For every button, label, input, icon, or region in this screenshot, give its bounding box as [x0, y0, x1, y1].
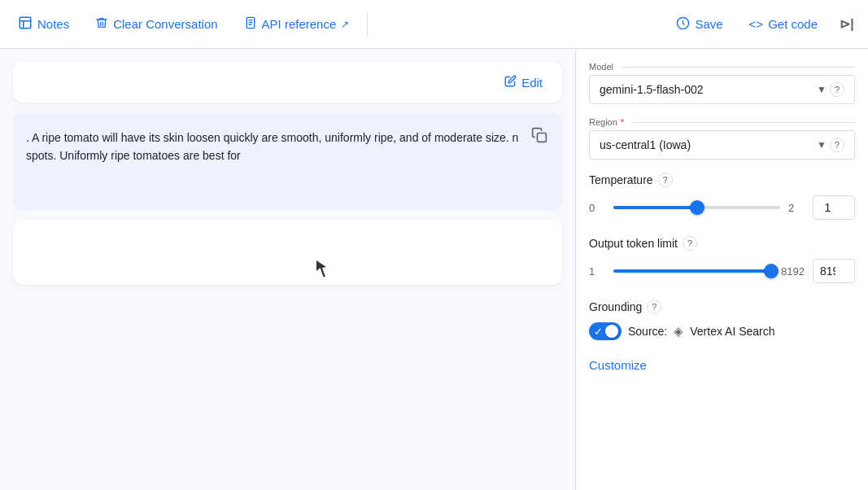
temperature-fill	[613, 206, 697, 209]
region-required: *	[621, 117, 624, 127]
output-token-max: 8192	[781, 265, 805, 278]
save-label: Save	[695, 17, 722, 31]
output-token-header: Output token limit ?	[589, 236, 855, 251]
api-icon	[244, 15, 257, 33]
grounding-label: Grounding	[589, 300, 642, 313]
region-label: Region *	[589, 117, 855, 127]
toggle-thumb	[605, 325, 618, 338]
model-select[interactable]: gemini-1.5-flash-002 gemini-1.5-pro-002 …	[600, 83, 817, 96]
input-area[interactable]	[13, 220, 562, 285]
vertex-label: Vertex AI Search	[690, 325, 774, 338]
output-token-help-icon[interactable]: ?	[683, 236, 697, 251]
clear-conversation-button[interactable]: Clear Conversation	[84, 9, 229, 39]
temperature-slider-row: 0 2	[589, 195, 855, 220]
region-select-wrapper: us-central1 (Iowa) us-east1 europe-west1…	[589, 130, 855, 160]
main-content: Edit . A ripe tomato will have its skin …	[0, 49, 868, 490]
customize-label: Customize	[589, 358, 647, 372]
response-card: . A ripe tomato will have its skin loose…	[13, 112, 562, 210]
temperature-track[interactable]	[613, 206, 780, 209]
svg-rect-0	[20, 17, 31, 28]
region-field-group: Region * us-central1 (Iowa) us-east1 eur…	[589, 117, 855, 160]
output-token-thumb	[764, 264, 779, 278]
collapse-icon: ⊳|	[840, 16, 853, 32]
edit-card: Edit	[13, 62, 562, 103]
toolbar-divider	[367, 12, 368, 37]
right-panel: Model gemini-1.5-flash-002 gemini-1.5-pr…	[575, 49, 868, 490]
region-divider	[632, 122, 855, 123]
copy-button[interactable]	[526, 122, 552, 152]
toolbar-right: Save <> Get code ⊳|	[665, 10, 861, 39]
notes-icon	[18, 15, 33, 33]
model-divider	[622, 67, 855, 68]
external-link-icon: ↗	[341, 19, 349, 30]
api-label: API reference	[262, 17, 337, 31]
region-select[interactable]: us-central1 (Iowa) us-east1 europe-west1	[600, 138, 817, 151]
output-token-slider-row: 1 8192	[589, 259, 855, 283]
edit-button[interactable]: Edit	[498, 72, 549, 93]
region-help-icon[interactable]: ?	[830, 138, 844, 152]
output-token-label: Output token limit	[589, 237, 678, 250]
get-code-label: Get code	[768, 17, 818, 31]
output-token-section: Output token limit ? 1 8192	[589, 236, 855, 283]
output-token-input[interactable]	[813, 259, 855, 283]
toolbar: Notes Clear Conversation API reference ↗…	[0, 0, 868, 49]
customize-button[interactable]: Customize	[589, 353, 647, 377]
response-text: . A ripe tomato will have its skin loose…	[26, 129, 549, 165]
output-token-fill	[613, 269, 771, 273]
model-select-arrow: ▼	[817, 84, 827, 95]
grounding-source-row: ✓ Source: ◈ Vertex AI Search	[589, 322, 855, 340]
clear-icon	[95, 15, 108, 33]
temperature-input[interactable]	[813, 195, 855, 220]
check-icon: ✓	[594, 326, 603, 338]
region-select-arrow: ▼	[817, 139, 827, 151]
pencil-icon	[504, 75, 517, 90]
grounding-header: Grounding ?	[589, 300, 855, 314]
model-select-wrapper: gemini-1.5-flash-002 gemini-1.5-pro-002 …	[589, 75, 855, 104]
left-panel: Edit . A ripe tomato will have its skin …	[0, 49, 575, 490]
temperature-label: Temperature	[589, 173, 653, 186]
edit-label: Edit	[521, 76, 543, 90]
grounding-section: Grounding ? ✓ Source: ◈ Vertex AI Search	[589, 300, 855, 340]
model-help-icon[interactable]: ?	[830, 82, 844, 97]
temperature-section: Temperature ? 0 2	[589, 173, 855, 220]
temperature-header: Temperature ?	[589, 173, 855, 187]
output-token-min: 1	[589, 265, 605, 278]
notes-button[interactable]: Notes	[7, 9, 81, 40]
grounding-toggle[interactable]: ✓	[589, 322, 622, 340]
vertex-icon: ◈	[674, 324, 683, 339]
copy-icon	[531, 130, 547, 147]
model-label: Model	[589, 62, 855, 72]
temperature-min: 0	[589, 202, 605, 214]
output-token-track[interactable]	[613, 269, 773, 273]
save-button[interactable]: Save	[665, 10, 734, 39]
clear-label: Clear Conversation	[113, 17, 217, 31]
get-code-button[interactable]: <> Get code	[738, 11, 829, 37]
source-label: Source:	[628, 325, 667, 338]
api-reference-button[interactable]: API reference ↗	[233, 9, 361, 39]
notes-label: Notes	[37, 17, 69, 31]
temperature-max: 2	[788, 202, 805, 214]
svg-rect-8	[538, 133, 547, 142]
temperature-thumb	[690, 200, 704, 215]
collapse-panel-button[interactable]: ⊳|	[832, 10, 861, 39]
code-icon: <>	[749, 17, 764, 31]
temperature-help-icon[interactable]: ?	[658, 173, 673, 187]
model-field-group: Model gemini-1.5-flash-002 gemini-1.5-pr…	[589, 62, 855, 104]
save-icon	[676, 16, 690, 33]
grounding-help-icon[interactable]: ?	[647, 300, 661, 314]
